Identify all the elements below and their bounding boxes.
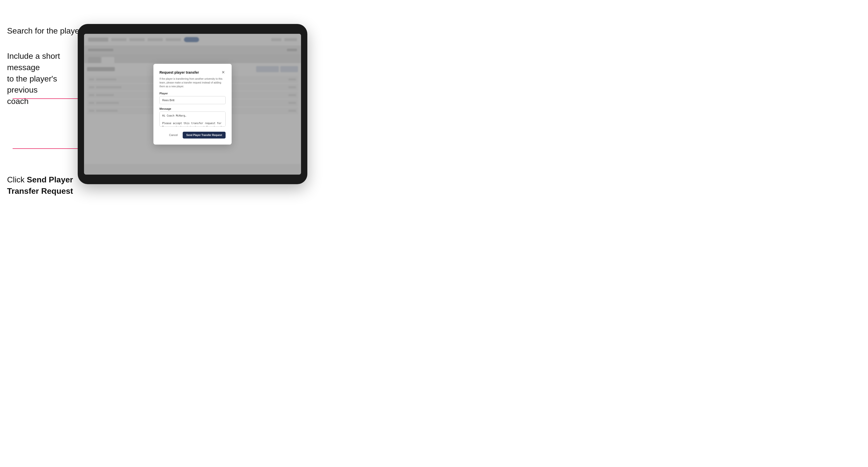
- message-label: Message: [159, 107, 225, 110]
- annotation-click-text: Click Send Player Transfer Request: [7, 174, 78, 197]
- message-textarea[interactable]: Hi Coach McHarg, Please accept this tran…: [159, 112, 225, 127]
- player-input[interactable]: [159, 96, 225, 104]
- send-transfer-request-button[interactable]: Send Player Transfer Request: [183, 132, 225, 138]
- tablet-screen: Request player transfer ✕ If the player …: [84, 34, 301, 175]
- modal-overlay: Request player transfer ✕ If the player …: [84, 34, 301, 175]
- player-label: Player: [159, 92, 225, 95]
- modal-title: Request player transfer: [159, 70, 199, 74]
- modal-header: Request player transfer ✕: [159, 70, 225, 75]
- tablet-device: Request player transfer ✕ If the player …: [78, 24, 307, 184]
- modal-close-button[interactable]: ✕: [220, 70, 225, 75]
- modal-footer: Cancel Send Player Transfer Request: [159, 132, 225, 138]
- modal-description: If the player is transferring from anoth…: [159, 77, 225, 88]
- cancel-button[interactable]: Cancel: [166, 132, 180, 138]
- request-player-transfer-modal: Request player transfer ✕ If the player …: [153, 64, 231, 145]
- annotation-search-text: Search for the player.: [7, 25, 84, 37]
